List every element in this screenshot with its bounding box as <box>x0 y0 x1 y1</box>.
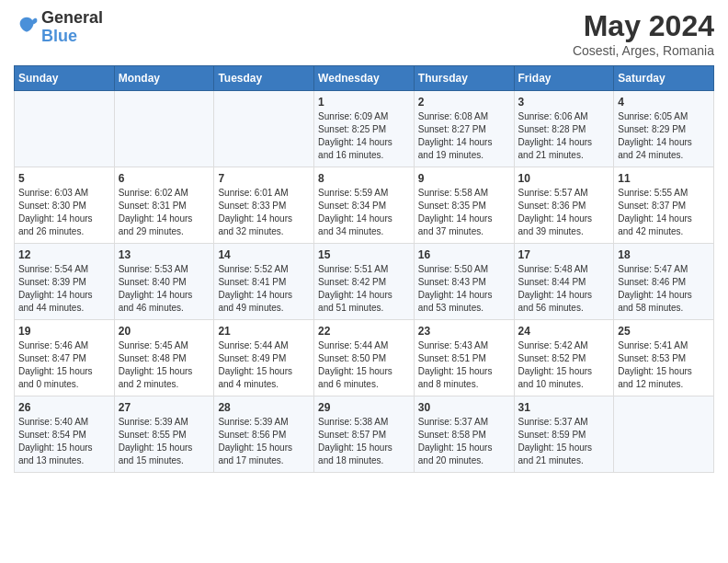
day-number: 31 <box>518 401 610 414</box>
week-row-3: 12Sunrise: 5:54 AM Sunset: 8:39 PM Dayli… <box>15 244 714 320</box>
day-number: 19 <box>18 325 110 338</box>
header-thursday: Thursday <box>414 66 514 91</box>
calendar-cell: 10Sunrise: 5:57 AM Sunset: 8:36 PM Dayli… <box>514 167 614 244</box>
day-info: Sunrise: 5:41 AM Sunset: 8:53 PM Dayligh… <box>618 339 710 391</box>
day-info: Sunrise: 5:42 AM Sunset: 8:52 PM Dayligh… <box>518 339 610 391</box>
day-number: 18 <box>618 248 710 261</box>
day-info: Sunrise: 5:38 AM Sunset: 8:57 PM Dayligh… <box>318 416 410 467</box>
header-wednesday: Wednesday <box>314 66 415 91</box>
title-block: May 2024 Cosesti, Arges, Romania <box>573 9 714 58</box>
calendar-cell: 31Sunrise: 5:37 AM Sunset: 8:59 PM Dayli… <box>514 396 614 473</box>
calendar-cell <box>614 396 714 473</box>
day-info: Sunrise: 5:46 AM Sunset: 8:47 PM Dayligh… <box>18 339 110 391</box>
day-info: Sunrise: 5:51 AM Sunset: 8:42 PM Dayligh… <box>318 263 410 315</box>
day-info: Sunrise: 6:09 AM Sunset: 8:25 PM Dayligh… <box>318 110 410 162</box>
logo-text: General <box>41 9 103 28</box>
calendar-cell: 26Sunrise: 5:40 AM Sunset: 8:54 PM Dayli… <box>15 396 115 473</box>
day-number: 21 <box>218 325 310 338</box>
calendar-cell: 7Sunrise: 6:01 AM Sunset: 8:33 PM Daylig… <box>214 167 314 244</box>
day-number: 6 <box>119 172 210 185</box>
week-row-1: 1Sunrise: 6:09 AM Sunset: 8:25 PM Daylig… <box>15 91 714 167</box>
day-info: Sunrise: 6:02 AM Sunset: 8:31 PM Dayligh… <box>119 187 210 238</box>
day-number: 12 <box>18 248 110 261</box>
calendar-cell: 29Sunrise: 5:38 AM Sunset: 8:57 PM Dayli… <box>314 396 415 473</box>
header-saturday: Saturday <box>614 66 714 91</box>
week-row-4: 19Sunrise: 5:46 AM Sunset: 8:47 PM Dayli… <box>15 320 714 396</box>
header-friday: Friday <box>514 66 614 91</box>
day-number: 28 <box>218 401 310 414</box>
day-info: Sunrise: 5:45 AM Sunset: 8:48 PM Dayligh… <box>119 339 210 391</box>
calendar-cell: 27Sunrise: 5:39 AM Sunset: 8:55 PM Dayli… <box>114 396 214 473</box>
day-number: 23 <box>418 325 510 338</box>
calendar-cell: 17Sunrise: 5:48 AM Sunset: 8:44 PM Dayli… <box>514 244 614 320</box>
day-info: Sunrise: 5:37 AM Sunset: 8:58 PM Dayligh… <box>418 416 510 467</box>
day-info: Sunrise: 5:40 AM Sunset: 8:54 PM Dayligh… <box>18 416 110 467</box>
day-number: 4 <box>618 96 710 109</box>
day-info: Sunrise: 5:48 AM Sunset: 8:44 PM Dayligh… <box>518 263 610 315</box>
day-info: Sunrise: 5:55 AM Sunset: 8:37 PM Dayligh… <box>618 187 710 238</box>
day-number: 2 <box>418 96 510 109</box>
calendar-cell <box>214 91 314 167</box>
calendar-cell: 25Sunrise: 5:41 AM Sunset: 8:53 PM Dayli… <box>614 320 714 396</box>
calendar-cell <box>15 91 115 167</box>
calendar-cell: 3Sunrise: 6:06 AM Sunset: 8:28 PM Daylig… <box>514 91 614 167</box>
day-info: Sunrise: 5:58 AM Sunset: 8:35 PM Dayligh… <box>418 187 510 238</box>
calendar-cell: 8Sunrise: 5:59 AM Sunset: 8:34 PM Daylig… <box>314 167 415 244</box>
calendar-cell: 13Sunrise: 5:53 AM Sunset: 8:40 PM Dayli… <box>114 244 214 320</box>
calendar-cell: 9Sunrise: 5:58 AM Sunset: 8:35 PM Daylig… <box>414 167 514 244</box>
calendar-cell: 21Sunrise: 5:44 AM Sunset: 8:49 PM Dayli… <box>214 320 314 396</box>
day-number: 29 <box>318 401 410 414</box>
week-row-2: 5Sunrise: 6:03 AM Sunset: 8:30 PM Daylig… <box>15 167 714 244</box>
logo: General Blue <box>14 9 103 46</box>
day-number: 5 <box>18 172 110 185</box>
day-number: 10 <box>518 172 610 185</box>
day-number: 27 <box>119 401 210 414</box>
logo-bird-icon <box>14 13 40 39</box>
day-number: 22 <box>318 325 410 338</box>
calendar-cell: 11Sunrise: 5:55 AM Sunset: 8:37 PM Dayli… <box>614 167 714 244</box>
day-info: Sunrise: 6:08 AM Sunset: 8:27 PM Dayligh… <box>418 110 510 162</box>
day-info: Sunrise: 5:57 AM Sunset: 8:36 PM Dayligh… <box>518 187 610 238</box>
day-info: Sunrise: 6:03 AM Sunset: 8:30 PM Dayligh… <box>18 187 110 238</box>
day-number: 14 <box>218 248 310 261</box>
calendar-cell: 14Sunrise: 5:52 AM Sunset: 8:41 PM Dayli… <box>214 244 314 320</box>
day-number: 13 <box>119 248 210 261</box>
day-info: Sunrise: 5:43 AM Sunset: 8:51 PM Dayligh… <box>418 339 510 391</box>
day-info: Sunrise: 5:59 AM Sunset: 8:34 PM Dayligh… <box>318 187 410 238</box>
day-number: 16 <box>418 248 510 261</box>
day-number: 15 <box>318 248 410 261</box>
calendar-cell: 12Sunrise: 5:54 AM Sunset: 8:39 PM Dayli… <box>15 244 115 320</box>
calendar-cell: 2Sunrise: 6:08 AM Sunset: 8:27 PM Daylig… <box>414 91 514 167</box>
week-row-5: 26Sunrise: 5:40 AM Sunset: 8:54 PM Dayli… <box>15 396 714 473</box>
day-info: Sunrise: 5:39 AM Sunset: 8:55 PM Dayligh… <box>119 416 210 467</box>
header-sunday: Sunday <box>15 66 115 91</box>
header-monday: Monday <box>114 66 214 91</box>
day-info: Sunrise: 5:39 AM Sunset: 8:56 PM Dayligh… <box>218 416 310 467</box>
day-number: 3 <box>518 96 610 109</box>
day-info: Sunrise: 5:53 AM Sunset: 8:40 PM Dayligh… <box>119 263 210 315</box>
calendar-title: May 2024 <box>573 9 714 43</box>
day-info: Sunrise: 5:44 AM Sunset: 8:49 PM Dayligh… <box>218 339 310 391</box>
calendar-cell <box>114 91 214 167</box>
calendar-cell: 28Sunrise: 5:39 AM Sunset: 8:56 PM Dayli… <box>214 396 314 473</box>
day-number: 17 <box>518 248 610 261</box>
day-number: 30 <box>418 401 510 414</box>
day-number: 26 <box>18 401 110 414</box>
page-header: General Blue May 2024 Cosesti, Arges, Ro… <box>14 9 714 58</box>
day-number: 24 <box>518 325 610 338</box>
day-number: 11 <box>618 172 710 185</box>
calendar-cell: 1Sunrise: 6:09 AM Sunset: 8:25 PM Daylig… <box>314 91 415 167</box>
calendar-header-row: SundayMondayTuesdayWednesdayThursdayFrid… <box>15 66 714 91</box>
calendar-cell: 15Sunrise: 5:51 AM Sunset: 8:42 PM Dayli… <box>314 244 415 320</box>
day-info: Sunrise: 5:44 AM Sunset: 8:50 PM Dayligh… <box>318 339 410 391</box>
calendar-table: SundayMondayTuesdayWednesdayThursdayFrid… <box>14 65 714 473</box>
day-info: Sunrise: 6:01 AM Sunset: 8:33 PM Dayligh… <box>218 187 310 238</box>
calendar-cell: 4Sunrise: 6:05 AM Sunset: 8:29 PM Daylig… <box>614 91 714 167</box>
calendar-cell: 16Sunrise: 5:50 AM Sunset: 8:43 PM Dayli… <box>414 244 514 320</box>
day-number: 1 <box>318 96 410 109</box>
header-tuesday: Tuesday <box>214 66 314 91</box>
calendar-cell: 6Sunrise: 6:02 AM Sunset: 8:31 PM Daylig… <box>114 167 214 244</box>
calendar-cell: 23Sunrise: 5:43 AM Sunset: 8:51 PM Dayli… <box>414 320 514 396</box>
calendar-cell: 24Sunrise: 5:42 AM Sunset: 8:52 PM Dayli… <box>514 320 614 396</box>
day-info: Sunrise: 5:52 AM Sunset: 8:41 PM Dayligh… <box>218 263 310 315</box>
